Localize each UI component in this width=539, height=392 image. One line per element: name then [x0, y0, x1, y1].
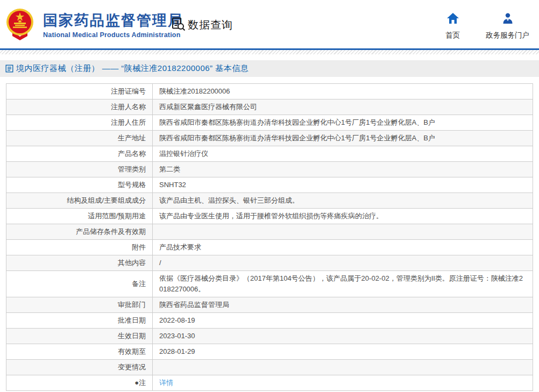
- row-label: 生产地址: [6, 131, 153, 146]
- page-header: 国家药品监督管理局 National Medical Products Admi…: [0, 0, 539, 48]
- row-label: 产品储存条件及有效期: [6, 224, 153, 240]
- data-query-label: 数据查询: [188, 18, 233, 32]
- row-value: 第二类: [153, 162, 533, 177]
- table-row: 适用范围/预期用途 该产品由专业医生使用，适用于腰椎管外软组织损伤等疼痛疾病的治…: [6, 209, 533, 224]
- row-value: 2023-01-30: [153, 329, 533, 344]
- row-value: 2022-08-19: [153, 313, 533, 329]
- row-label: 产品名称: [6, 146, 153, 162]
- breadcrumb: 境内医疗器械（注册） —— “陕械注准20182200006” 基本信息: [0, 60, 539, 77]
- row-value: SNHT32: [153, 177, 533, 193]
- registration-table-body: 注册证编号 陕械注准20182200006 注册人名称 西咸新区聚鑫医疗器械有限…: [6, 84, 533, 391]
- row-value: [153, 224, 533, 240]
- row-value: 温控银针治疗仪: [153, 146, 533, 162]
- row-value: 西咸新区聚鑫医疗器械有限公司: [153, 99, 533, 115]
- row-value: 陕械注准20182200006: [153, 84, 533, 99]
- org-titles: 国家药品监督管理局 National Medical Products Admi…: [43, 12, 183, 39]
- row-label: 其他内容: [6, 255, 153, 271]
- detail-link[interactable]: 详情: [159, 379, 173, 387]
- row-label: 注册证编号: [6, 84, 153, 99]
- row-label: 型号规格: [6, 177, 153, 193]
- table-row: 变更情况: [6, 360, 533, 375]
- row-label: 适用范围/预期用途: [6, 209, 153, 224]
- row-value: 产品技术要求: [153, 240, 533, 255]
- org-name-cn: 国家药品监督管理局: [43, 12, 183, 28]
- table-row: 附件 产品技术要求: [6, 240, 533, 255]
- table-row: 注册人名称 西咸新区聚鑫医疗器械有限公司: [6, 99, 533, 115]
- nav-label-home: 首页: [445, 31, 460, 40]
- nav-item-portal[interactable]: 政务服务门户: [486, 13, 529, 40]
- table-row: 生产地址 陕西省咸阳市秦都区陈杨寨街道办清华科技园企业孵化中心1号厂房1号企业孵…: [6, 131, 533, 146]
- table-row: 生效日期 2023-01-30: [6, 329, 533, 344]
- table-row: 有效期至 2028-01-29: [6, 344, 533, 360]
- table-row: 产品名称 温控银针治疗仪: [6, 146, 533, 162]
- row-label: 备注: [6, 271, 153, 297]
- row-label: 批准日期: [6, 313, 153, 329]
- table-row: 结构及组成/主要组成成分 该产品由主机、温控探头、银针三部分组成。: [6, 193, 533, 209]
- table-row: 型号规格 SNHT32: [6, 177, 533, 193]
- row-value: 详情: [153, 375, 533, 391]
- row-label: ●注: [6, 375, 153, 391]
- row-value: [153, 360, 533, 375]
- row-value: 陕西省咸阳市秦都区陈杨寨街道办清华科技园企业孵化中心1号厂房1号企业孵化层A、B…: [153, 131, 533, 146]
- registration-info-table: 注册证编号 陕械注准20182200006 注册人名称 西咸新区聚鑫医疗器械有限…: [6, 83, 533, 391]
- row-value: /: [153, 255, 533, 271]
- row-value: 该产品由专业医生使用，适用于腰椎管外软组织损伤等疼痛疾病的治疗。: [153, 209, 533, 224]
- document-search-icon: [171, 17, 186, 33]
- row-value: 陕西省咸阳市秦都区陈杨寨街道办清华科技园企业孵化中心1号厂房1号企业孵化层A、B…: [153, 115, 533, 131]
- table-row: 批准日期 2022-08-19: [6, 313, 533, 329]
- row-label: 有效期至: [6, 344, 153, 360]
- table-row: 备注 依据《医疗器械分类目录》（2017年第104号公告），该产品属于20-02…: [6, 271, 533, 297]
- table-row: ●注 详情: [6, 375, 533, 391]
- nmpa-logo-group: 国家药品监督管理局 National Medical Products Admi…: [4, 8, 183, 43]
- table-row: 注册人住所 陕西省咸阳市秦都区陈杨寨街道办清华科技园企业孵化中心1号厂房1号企业…: [6, 115, 533, 131]
- row-label: 注册人名称: [6, 99, 153, 115]
- row-label: 变更情况: [6, 360, 153, 375]
- row-value: 陕西省药品监督管理局: [153, 297, 533, 313]
- row-value: 该产品由主机、温控探头、银针三部分组成。: [153, 193, 533, 209]
- list-document-icon: [5, 65, 13, 73]
- org-name-en: National Medical Products Administration: [43, 31, 183, 39]
- table-row: 注册证编号 陕械注准20182200006: [6, 84, 533, 99]
- national-emblem-icon: [4, 8, 36, 43]
- header-nav: 首页 政务服务门户: [445, 13, 529, 40]
- table-row: 其他内容 /: [6, 255, 533, 271]
- row-value: 2028-01-29: [153, 344, 533, 360]
- home-icon: [447, 13, 459, 26]
- data-query-button[interactable]: 数据查询: [171, 17, 233, 33]
- hatch-pattern-strip: [0, 50, 539, 54]
- user-icon: [502, 13, 514, 26]
- nav-item-home[interactable]: 首页: [445, 13, 460, 40]
- table-row: 审批部门 陕西省药品监督管理局: [6, 297, 533, 313]
- row-label: 管理类别: [6, 162, 153, 177]
- table-row: 管理类别 第二类: [6, 162, 533, 177]
- row-label: 生效日期: [6, 329, 153, 344]
- breadcrumb-title: 境内医疗器械（注册） —— “陕械注准20182200006” 基本信息: [16, 63, 249, 74]
- table-row: 产品储存条件及有效期: [6, 224, 533, 240]
- row-label: 附件: [6, 240, 153, 255]
- row-value: 依据《医疗器械分类目录》（2017年第104号公告），该产品属于20-02-02…: [153, 271, 533, 297]
- row-label: 注册人住所: [6, 115, 153, 131]
- nav-label-portal: 政务服务门户: [486, 31, 529, 40]
- row-label: 审批部门: [6, 297, 153, 313]
- row-label: 结构及组成/主要组成成分: [6, 193, 153, 209]
